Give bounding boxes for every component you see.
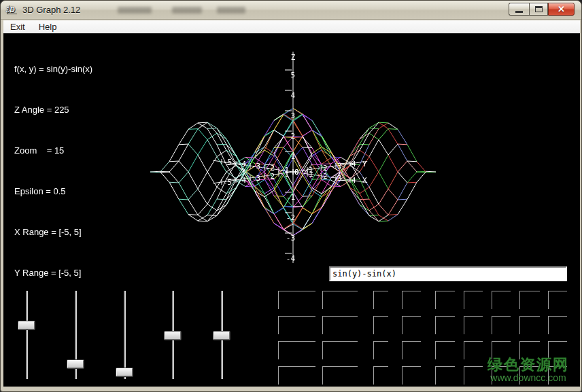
info-line-epsilon: Epsilon = 0.5 xyxy=(14,185,92,198)
grid-button[interactable] xyxy=(464,291,483,309)
maximize-button[interactable] xyxy=(529,3,548,16)
client-area: f(x, y) = sin(y)-sin(x) Z Angle = 225 Zo… xyxy=(3,33,580,387)
grid-button[interactable] xyxy=(278,341,315,359)
slider-thumb[interactable] xyxy=(165,332,181,340)
grid-button[interactable] xyxy=(435,341,455,359)
grid-button[interactable] xyxy=(435,316,455,334)
grid-button[interactable] xyxy=(435,291,455,309)
grid-button[interactable] xyxy=(322,366,358,385)
grid-button[interactable] xyxy=(519,366,540,385)
menu-item-help[interactable]: Help xyxy=(32,21,64,33)
grid-button[interactable] xyxy=(278,291,315,309)
grid-button[interactable] xyxy=(435,366,455,385)
info-line-z-angle: Z Angle = 225 xyxy=(14,103,92,117)
grid-button[interactable] xyxy=(278,316,315,334)
grid-button[interactable] xyxy=(519,316,540,334)
formula-input[interactable] xyxy=(329,266,567,281)
slider-thumb[interactable] xyxy=(116,368,133,376)
menubar: Exit Help xyxy=(3,20,580,33)
grid-button[interactable] xyxy=(548,341,567,359)
slider-thumb[interactable] xyxy=(67,360,84,368)
grid-button[interactable] xyxy=(548,366,567,385)
grid-button[interactable] xyxy=(519,341,540,359)
titlebar[interactable]: 3D 3D Graph 2.12 ✕ xyxy=(1,1,581,20)
titlebar-ghost-artifact xyxy=(217,7,245,14)
menu-item-exit[interactable]: Exit xyxy=(3,21,32,33)
grid-button[interactable] xyxy=(548,316,567,334)
info-panel: f(x, y) = sin(y)-sin(x) Z Angle = 225 Zo… xyxy=(14,35,92,307)
grid-button[interactable] xyxy=(373,341,388,359)
close-button[interactable]: ✕ xyxy=(548,3,575,16)
grid-button[interactable] xyxy=(492,366,511,385)
caption-buttons: ✕ xyxy=(509,3,575,16)
info-line-function: f(x, y) = sin(y)-sin(x) xyxy=(14,63,92,76)
info-line-y-range: Y Range = [-5, 5] xyxy=(14,266,92,280)
grid-button[interactable] xyxy=(402,316,421,334)
grid-button[interactable] xyxy=(492,316,511,334)
grid-button[interactable] xyxy=(492,341,511,359)
maximize-icon xyxy=(535,6,543,12)
close-icon: ✕ xyxy=(558,4,565,14)
grid-button[interactable] xyxy=(492,291,511,309)
window-title: 3D Graph 2.12 xyxy=(22,5,80,15)
app-window: 3D 3D Graph 2.12 ✕ Exit Help f(x, y) = s… xyxy=(0,0,582,392)
grid-button[interactable] xyxy=(402,341,421,359)
grid-button[interactable] xyxy=(322,341,358,359)
grid-button[interactable] xyxy=(464,316,483,334)
slider-track[interactable] xyxy=(124,291,126,379)
info-line-x-range: X Range = [-5, 5] xyxy=(14,226,92,239)
grid-button[interactable] xyxy=(464,341,483,359)
grid-button[interactable] xyxy=(322,316,358,334)
grid-button[interactable] xyxy=(402,366,421,385)
grid-button[interactable] xyxy=(548,291,567,309)
titlebar-ghost-artifact xyxy=(172,7,202,14)
slider-track[interactable] xyxy=(26,291,28,379)
grid-button[interactable] xyxy=(519,291,540,309)
grid-button[interactable] xyxy=(373,366,388,385)
info-line-zoom: Zoom = 15 xyxy=(14,144,92,158)
minimize-icon xyxy=(515,11,523,13)
slider-thumb[interactable] xyxy=(213,332,230,340)
minimize-button[interactable] xyxy=(509,3,529,16)
grid-button[interactable] xyxy=(402,291,421,309)
grid-button[interactable] xyxy=(322,291,358,309)
slider-thumb[interactable] xyxy=(18,321,35,329)
titlebar-ghost-artifact xyxy=(118,7,152,14)
app-icon: 3D xyxy=(6,4,20,16)
grid-button[interactable] xyxy=(373,291,388,309)
grid-button[interactable] xyxy=(278,366,315,385)
grid-button[interactable] xyxy=(373,316,388,334)
grid-button[interactable] xyxy=(464,366,483,385)
